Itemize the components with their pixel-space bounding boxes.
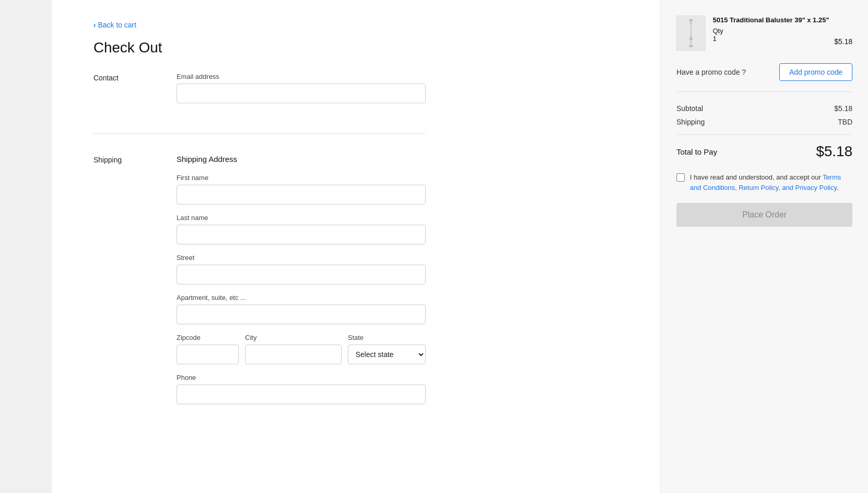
shipping-fields: Shipping Address First name Last name St… (177, 155, 426, 414)
shipping-label: Shipping (676, 118, 705, 126)
terms-end: . (837, 184, 839, 191)
svg-rect-6 (689, 45, 693, 47)
subtotal-value: $5.18 (834, 104, 852, 113)
qty-value: 1 (713, 35, 723, 43)
subtotal-row: Subtotal $5.18 (676, 104, 852, 113)
subtotal-label: Subtotal (676, 104, 703, 113)
svg-rect-5 (690, 40, 692, 45)
last-name-input[interactable] (177, 225, 426, 244)
zipcode-field-group: Zipcode (177, 334, 239, 364)
state-label: State (348, 334, 426, 341)
summary-divider (676, 134, 852, 135)
state-select[interactable]: Select state Alabama Alaska Arizona Cali… (348, 345, 426, 364)
street-field-group: Street (177, 254, 426, 284)
svg-rect-2 (690, 24, 692, 35)
promo-row: Have a promo code ? Add promo code (676, 63, 852, 92)
total-row: Total to Pay $5.18 (676, 143, 852, 160)
street-label: Street (177, 254, 426, 262)
product-info: 5015 Traditional Baluster 39" x 1.25" Qt… (713, 16, 852, 46)
shipping-section-label: Shipping (93, 155, 156, 414)
back-to-cart-label: Back to cart (98, 21, 137, 29)
main-content: ‹ Back to cart Check Out Contact Email a… (52, 0, 660, 493)
phone-label: Phone (177, 374, 426, 381)
svg-rect-1 (690, 21, 692, 24)
apt-label: Apartment, suite, etc ... (177, 294, 426, 302)
svg-rect-4 (689, 38, 693, 40)
svg-rect-3 (690, 35, 692, 38)
last-name-label: Last name (177, 214, 426, 222)
promo-text: Have a promo code ? (676, 68, 746, 76)
last-name-field-group: Last name (177, 214, 426, 244)
product-image (676, 16, 706, 51)
email-field-group: Email address (177, 73, 426, 103)
order-summary-panel: 5015 Traditional Baluster 39" x 1.25" Qt… (660, 0, 868, 493)
first-name-label: First name (177, 174, 426, 182)
city-input[interactable] (245, 345, 342, 364)
product-image-svg (686, 19, 696, 47)
shipping-value: TBD (838, 118, 852, 126)
first-name-input[interactable] (177, 185, 426, 204)
zipcode-label: Zipcode (177, 334, 239, 341)
total-amount: $5.18 (816, 143, 852, 160)
terms-row: I have read and understood, and accept o… (676, 172, 852, 193)
apt-input[interactable] (177, 305, 426, 324)
phone-field-group: Phone (177, 374, 426, 404)
contact-section: Contact Email address (93, 73, 426, 133)
product-name: 5015 Traditional Baluster 39" x 1.25" (713, 16, 852, 25)
terms-checkbox[interactable] (676, 173, 685, 182)
shipping-row: Shipping TBD (676, 118, 852, 126)
state-field-group: State Select state Alabama Alaska Arizon… (348, 334, 426, 364)
city-label: City (245, 334, 342, 341)
qty-block: Qty 1 (713, 27, 723, 43)
phone-input[interactable] (177, 385, 426, 404)
zipcode-input[interactable] (177, 345, 239, 364)
email-label: Email address (177, 73, 426, 80)
street-input[interactable] (177, 265, 426, 284)
total-label: Total to Pay (676, 147, 717, 156)
product-row: 5015 Traditional Baluster 39" x 1.25" Qt… (676, 16, 852, 51)
email-input[interactable] (177, 84, 426, 103)
place-order-button[interactable]: Place Order (676, 203, 852, 227)
shipping-address-heading: Shipping Address (177, 155, 426, 163)
left-gutter (0, 0, 52, 493)
page-title: Check Out (93, 39, 426, 56)
zip-city-state-row: Zipcode City State Select state Alabama … (177, 334, 426, 374)
contact-section-label: Contact (93, 73, 156, 113)
city-field-group: City (245, 334, 342, 364)
product-price: $5.18 (834, 37, 852, 46)
terms-static-text: I have read and understood, and accept o… (690, 173, 823, 181)
back-to-cart-link[interactable]: ‹ Back to cart (93, 21, 137, 29)
contact-fields: Email address (177, 73, 426, 113)
apt-field-group: Apartment, suite, etc ... (177, 294, 426, 324)
shipping-section: Shipping Shipping Address First name Las… (93, 133, 426, 434)
svg-rect-0 (689, 19, 693, 21)
first-name-field-group: First name (177, 174, 426, 204)
terms-text: I have read and understood, and accept o… (690, 172, 852, 193)
chevron-left-icon: ‹ (93, 21, 96, 29)
add-promo-code-button[interactable]: Add promo code (779, 63, 852, 81)
product-qty-price: Qty 1 $5.18 (713, 27, 852, 46)
qty-label: Qty (713, 27, 723, 35)
